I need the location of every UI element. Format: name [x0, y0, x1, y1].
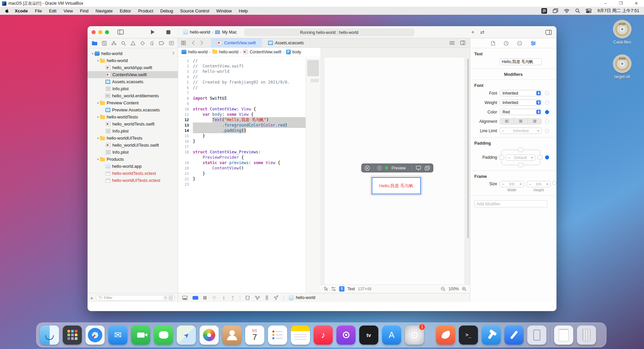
- tree-item-contentview-swift[interactable]: ContentView.swift: [88, 71, 178, 78]
- forward-button[interactable]: [198, 38, 206, 47]
- tree-item-hello-worlduitests-xctest[interactable]: hello-worldUITests.xctest: [88, 177, 178, 184]
- weight-radio[interactable]: [545, 101, 549, 105]
- pin-icon[interactable]: [324, 287, 328, 291]
- hide-debug-area-icon[interactable]: [182, 296, 187, 300]
- vbox-minimize-button[interactable]: –: [598, 0, 613, 7]
- tab-contentview-swift[interactable]: ContentView.swift: [211, 38, 262, 47]
- virtualbox-windows-icon[interactable]: [553, 8, 558, 13]
- tree-item-assets-xcassets[interactable]: Assets.xcassets: [88, 78, 178, 85]
- decrement-button[interactable]: −: [500, 182, 506, 187]
- vbox-close-button[interactable]: ✕: [629, 0, 644, 7]
- source-control-filter-icon[interactable]: [169, 296, 173, 300]
- decrement-button[interactable]: −: [527, 182, 533, 187]
- dock-icon-feedback[interactable]: [504, 326, 524, 345]
- padding-bottom-checkbox[interactable]: [518, 163, 523, 167]
- padding-trailing-checkbox[interactable]: [537, 155, 542, 159]
- align-center-icon[interactable]: [514, 118, 528, 124]
- file-inspector-icon[interactable]: [491, 41, 495, 46]
- increment-button[interactable]: +: [529, 155, 535, 160]
- apple-menu-icon[interactable]: [5, 8, 9, 13]
- padding-stepper[interactable]: − Default +: [506, 154, 535, 161]
- menubar-clock[interactable]: 9月7日 周二 上午7:51: [597, 8, 639, 14]
- dock-icon-documents[interactable]: [554, 326, 573, 345]
- code-line[interactable]: 18struct ContentView_Previews:: [178, 149, 320, 155]
- inspect-options-icon[interactable]: [331, 287, 336, 291]
- dock-icon-reminders[interactable]: [268, 326, 287, 345]
- tree-item-hello-world[interactable]: ▾hello-world: [88, 57, 178, 64]
- project-navigator-icon[interactable]: [92, 41, 97, 45]
- issue-navigator-icon[interactable]: [130, 41, 136, 45]
- jump-bar[interactable]: hello-world › hello-world › ContentView.…: [178, 48, 320, 56]
- inspector-toggle-icon[interactable]: [545, 30, 552, 35]
- dock-icon-trash[interactable]: [577, 326, 596, 345]
- preview-play-icon[interactable]: [365, 165, 370, 171]
- size-radio[interactable]: [552, 181, 556, 185]
- history-inspector-icon[interactable]: [504, 41, 508, 46]
- tab-assets-xcassets[interactable]: Assets.xcassets: [262, 38, 310, 47]
- spotlight-search-icon[interactable]: [575, 8, 580, 13]
- text-value-field[interactable]: [500, 58, 542, 65]
- dock-icon-maps[interactable]: [177, 326, 196, 345]
- input-method-icon[interactable]: 拼: [541, 8, 547, 14]
- tree-item-hello-world-entitlements[interactable]: hello_world.entitlements: [88, 92, 178, 99]
- dock-icon-mail[interactable]: ✉: [108, 326, 127, 345]
- dock-icon-launchpad[interactable]: [63, 326, 82, 345]
- editor-swap-icon[interactable]: ⇄: [480, 29, 484, 35]
- menu-debug[interactable]: Debug: [160, 8, 173, 13]
- dock-icon-facetime[interactable]: [131, 326, 150, 345]
- code-line[interactable]: 15 }: [178, 133, 320, 139]
- disclosure-triangle[interactable]: ▾: [96, 137, 100, 140]
- tree-item-hello-worlduitests[interactable]: ▾hello-worldUITests: [88, 135, 178, 142]
- code-line[interactable]: 16}: [178, 139, 320, 144]
- code-line[interactable]: 19 static var previews: some View {: [178, 160, 320, 165]
- view-hierarchy-icon[interactable]: [245, 296, 250, 300]
- desktop-volume-catal-files[interactable]: Catal-files: [607, 20, 637, 45]
- weight-dropdown[interactable]: Inherited: [500, 99, 542, 106]
- tree-item-hello-worlduitests-swift[interactable]: hello_worldUITests.swift: [88, 142, 178, 149]
- dock-icon-podcasts[interactable]: [336, 326, 356, 345]
- code-line[interactable]: 23: [178, 182, 320, 187]
- debug-navigator-icon[interactable]: [150, 41, 154, 46]
- increment-button[interactable]: +: [535, 129, 541, 133]
- memory-graph-icon[interactable]: [255, 296, 260, 300]
- align-left-icon[interactable]: [500, 118, 514, 124]
- help-inspector-icon[interactable]: ?: [517, 41, 522, 46]
- dock-icon-swift[interactable]: [436, 326, 455, 345]
- step-into-icon[interactable]: [222, 296, 226, 300]
- line-limit-stepper[interactable]: − Inherited +: [500, 128, 542, 134]
- code-line[interactable]: 14 .padding(): [178, 128, 320, 133]
- live-preview-icon[interactable]: [377, 165, 382, 170]
- code-line[interactable]: 5// Created by frankjiang92 on 2021/9/6.: [178, 80, 320, 85]
- menu-edit[interactable]: Edit: [49, 8, 56, 13]
- width-stepper[interactable]: − Inh +: [500, 181, 524, 187]
- menu-find[interactable]: Find: [80, 8, 88, 13]
- stop-button[interactable]: [166, 30, 170, 34]
- back-button[interactable]: [189, 38, 198, 47]
- decrement-button[interactable]: −: [506, 155, 512, 160]
- padding-top-checkbox[interactable]: [518, 148, 523, 152]
- code-line[interactable]: 3// hello-world: [178, 69, 320, 74]
- add-editor-icon[interactable]: [460, 41, 465, 45]
- test-navigator-icon[interactable]: [140, 41, 145, 46]
- disclosure-triangle[interactable]: ▾: [96, 59, 100, 62]
- scheme-selector[interactable]: hello-world › My Mac: [183, 30, 237, 35]
- height-stepper[interactable]: − Inh +: [527, 181, 551, 187]
- symbol-navigator-icon[interactable]: [111, 41, 116, 45]
- step-out-icon[interactable]: [231, 296, 235, 300]
- disclosure-triangle[interactable]: ▾: [96, 158, 100, 161]
- running-process[interactable]: hello-world: [289, 295, 315, 300]
- library-add-button[interactable]: +: [471, 29, 474, 36]
- menu-source-control[interactable]: Source Control: [180, 8, 209, 13]
- menu-xcode[interactable]: Xcode: [15, 8, 28, 13]
- code-line[interactable]: 1//: [178, 58, 320, 63]
- crumb-group[interactable]: hello-world: [219, 50, 238, 54]
- code-line[interactable]: 8import SwiftUI: [178, 96, 320, 101]
- tree-item-hello-world-app[interactable]: hello-world.app: [88, 163, 178, 170]
- dock-icon-simulator[interactable]: [527, 326, 546, 345]
- tree-item-hello-worldtests-xctest[interactable]: hello-worldTests.xctest: [88, 170, 178, 177]
- tree-item-hello-worldapp-swift[interactable]: hello_worldApp.swift: [88, 64, 178, 71]
- font-dropdown[interactable]: Inherited: [500, 90, 542, 96]
- attributes-inspector-icon[interactable]: [531, 41, 536, 46]
- recent-files-icon[interactable]: [164, 296, 167, 300]
- menu-view[interactable]: View: [63, 8, 73, 13]
